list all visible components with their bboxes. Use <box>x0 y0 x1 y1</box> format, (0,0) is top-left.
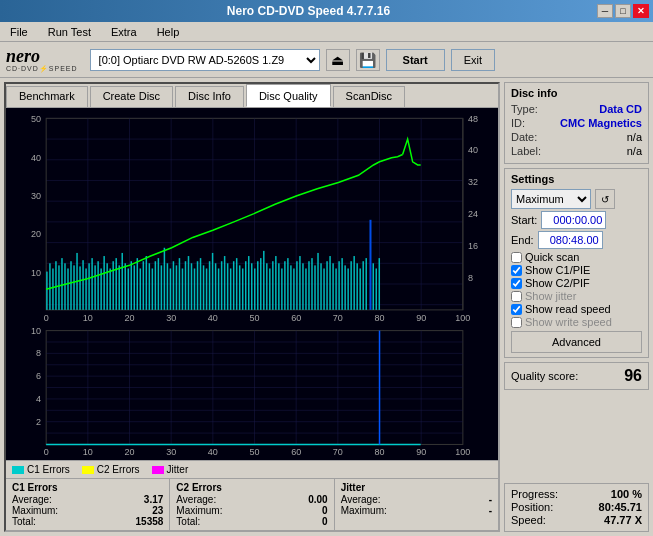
svg-rect-59 <box>91 258 93 310</box>
svg-rect-46 <box>52 268 54 309</box>
svg-rect-86 <box>173 261 175 310</box>
show-jitter-row: Show jitter <box>511 290 642 302</box>
left-panel: Benchmark Create Disc Disc Info Disc Qua… <box>4 82 500 532</box>
c1-avg-label: Average: <box>12 494 52 505</box>
stats-row: C1 Errors Average: 3.17 Maximum: 23 Tota… <box>6 478 498 530</box>
refresh-icon-button[interactable]: ↺ <box>595 189 615 209</box>
svg-rect-102 <box>221 261 223 310</box>
svg-text:2: 2 <box>36 417 41 427</box>
svg-rect-99 <box>212 253 214 310</box>
svg-text:100: 100 <box>455 313 470 323</box>
svg-rect-115 <box>260 258 262 310</box>
end-time-input[interactable] <box>538 231 603 249</box>
svg-text:80: 80 <box>375 313 385 323</box>
show-c1-pie-checkbox[interactable] <box>511 265 522 276</box>
position-row: Position: 80:45.71 <box>511 501 642 513</box>
svg-rect-65 <box>109 268 111 309</box>
tab-benchmark[interactable]: Benchmark <box>6 86 88 107</box>
svg-text:100: 100 <box>455 447 470 457</box>
tab-create-disc[interactable]: Create Disc <box>90 86 173 107</box>
tab-disc-quality[interactable]: Disc Quality <box>246 84 331 107</box>
svg-rect-60 <box>94 265 96 310</box>
svg-rect-45 <box>49 263 51 310</box>
tab-bar: Benchmark Create Disc Disc Info Disc Qua… <box>6 84 498 108</box>
show-write-speed-checkbox[interactable] <box>511 317 522 328</box>
svg-rect-111 <box>248 256 250 310</box>
svg-text:90: 90 <box>416 447 426 457</box>
svg-rect-68 <box>118 265 120 310</box>
toolbar: nero CD·DVD⚡SPEED [0:0] Optiarc DVD RW A… <box>0 42 653 78</box>
svg-text:8: 8 <box>468 273 473 283</box>
exit-button[interactable]: Exit <box>451 49 495 71</box>
progress-label: Progress: <box>511 488 558 500</box>
svg-text:10: 10 <box>31 326 41 336</box>
svg-text:30: 30 <box>166 447 176 457</box>
svg-rect-91 <box>188 256 190 310</box>
show-jitter-checkbox[interactable] <box>511 291 522 302</box>
tab-scan-disc[interactable]: ScanDisc <box>333 86 405 107</box>
show-read-speed-checkbox[interactable] <box>511 304 522 315</box>
jitter-stats-title: Jitter <box>341 482 492 493</box>
svg-rect-124 <box>287 258 289 310</box>
c1-avg-value: 3.17 <box>144 494 163 505</box>
svg-text:0: 0 <box>44 447 49 457</box>
show-c2-pif-label: Show C2/PIF <box>525 277 590 289</box>
progress-value: 100 % <box>611 488 642 500</box>
nero-logo: nero CD·DVD⚡SPEED <box>6 47 78 73</box>
svg-rect-74 <box>137 258 139 310</box>
save-icon-button[interactable]: 💾 <box>356 49 380 71</box>
speed-row: Speed: 47.77 X <box>511 514 642 526</box>
eject-icon-button[interactable]: ⏏ <box>326 49 350 71</box>
start-button[interactable]: Start <box>386 49 445 71</box>
c2-total-value: 0 <box>322 516 328 527</box>
c1-legend-label: C1 Errors <box>27 464 70 475</box>
c2-avg-value: 0.00 <box>308 494 327 505</box>
svg-rect-120 <box>275 256 277 310</box>
disc-id-label: ID: <box>511 117 525 129</box>
menu-run-test[interactable]: Run Test <box>42 24 97 40</box>
svg-rect-87 <box>176 265 178 310</box>
c1-stats-title: C1 Errors <box>12 482 163 493</box>
svg-text:48: 48 <box>468 114 478 124</box>
svg-text:50: 50 <box>31 114 41 124</box>
svg-rect-123 <box>284 261 286 310</box>
start-time-input[interactable] <box>541 211 606 229</box>
speed-selector[interactable]: Maximum <box>511 189 591 209</box>
maximize-button[interactable]: □ <box>615 4 631 18</box>
svg-text:0: 0 <box>44 313 49 323</box>
jitter-avg-value: - <box>489 494 492 505</box>
device-selector[interactable]: [0:0] Optiarc DVD RW AD-5260S 1.Z9 <box>90 49 320 71</box>
svg-rect-130 <box>305 268 307 309</box>
disc-type-label: Type: <box>511 103 538 115</box>
disc-date-row: Date: n/a <box>511 131 642 143</box>
jitter-max-label: Maximum: <box>341 505 387 516</box>
svg-text:70: 70 <box>333 313 343 323</box>
show-c2-pif-checkbox[interactable] <box>511 278 522 289</box>
tab-disc-info[interactable]: Disc Info <box>175 86 244 107</box>
close-button[interactable]: ✕ <box>633 4 649 18</box>
svg-text:30: 30 <box>31 191 41 201</box>
quick-scan-checkbox[interactable] <box>511 252 522 263</box>
svg-rect-119 <box>272 261 274 310</box>
minimize-button[interactable]: ─ <box>597 4 613 18</box>
advanced-button[interactable]: Advanced <box>511 331 642 353</box>
chart-svg: 50 40 30 20 10 48 40 32 24 16 8 0 10 20 … <box>6 108 498 460</box>
svg-rect-142 <box>341 258 343 310</box>
svg-text:80: 80 <box>375 447 385 457</box>
nero-brand-text: nero <box>6 47 78 65</box>
svg-rect-154 <box>379 258 381 310</box>
menu-help[interactable]: Help <box>151 24 186 40</box>
svg-rect-117 <box>266 263 268 310</box>
menu-file[interactable]: File <box>4 24 34 40</box>
show-c2-pif-row: Show C2/PIF <box>511 277 642 289</box>
menu-extra[interactable]: Extra <box>105 24 143 40</box>
svg-rect-81 <box>158 258 160 310</box>
svg-rect-47 <box>55 261 57 310</box>
svg-rect-147 <box>369 220 371 310</box>
disc-label-row: Label: n/a <box>511 145 642 157</box>
progress-stats-section: Progress: 100 % Position: 80:45.71 Speed… <box>504 483 649 532</box>
svg-text:50: 50 <box>249 313 259 323</box>
svg-rect-150 <box>362 261 364 310</box>
svg-rect-137 <box>326 261 328 310</box>
disc-label-value: n/a <box>627 145 642 157</box>
